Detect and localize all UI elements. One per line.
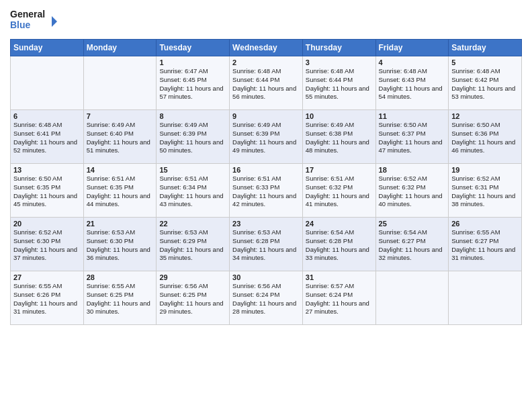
day-info: Sunrise: 6:49 AMSunset: 6:39 PMDaylight:…	[159, 121, 226, 155]
day-number: 1	[159, 58, 226, 66]
weekday-header-thursday: Thursday	[302, 40, 375, 56]
day-cell: 4Sunrise: 6:48 AMSunset: 6:43 PMDaylight…	[375, 56, 449, 110]
day-info: Sunrise: 6:55 AMSunset: 6:25 PMDaylight:…	[87, 282, 154, 316]
day-number: 13	[13, 166, 81, 174]
day-cell: 27Sunrise: 6:55 AMSunset: 6:26 PMDayligh…	[11, 271, 84, 325]
day-number: 27	[13, 273, 81, 281]
day-number: 16	[232, 166, 300, 174]
day-info: Sunrise: 6:48 AMSunset: 6:44 PMDaylight:…	[232, 67, 300, 101]
weekday-header-friday: Friday	[375, 40, 449, 56]
day-cell: 2Sunrise: 6:48 AMSunset: 6:44 PMDaylight…	[230, 56, 303, 110]
day-number: 2	[232, 58, 300, 66]
day-info: Sunrise: 6:54 AMSunset: 6:28 PMDaylight:…	[306, 228, 373, 263]
day-info: Sunrise: 6:54 AMSunset: 6:27 PMDaylight:…	[379, 228, 446, 263]
weekday-header-monday: Monday	[83, 40, 157, 56]
day-cell: 22Sunrise: 6:53 AMSunset: 6:29 PMDayligh…	[157, 218, 230, 271]
day-number: 6	[13, 112, 81, 120]
svg-text:Blue: Blue	[10, 19, 31, 30]
day-cell: 24Sunrise: 6:54 AMSunset: 6:28 PMDayligh…	[302, 218, 375, 271]
day-number: 28	[87, 273, 154, 281]
day-cell: 5Sunrise: 6:48 AMSunset: 6:42 PMDaylight…	[449, 56, 522, 110]
day-number: 4	[379, 58, 446, 66]
day-cell: 20Sunrise: 6:52 AMSunset: 6:30 PMDayligh…	[11, 218, 84, 271]
day-number: 3	[306, 58, 373, 66]
day-cell: 11Sunrise: 6:50 AMSunset: 6:37 PMDayligh…	[375, 110, 449, 164]
day-number: 21	[87, 220, 154, 228]
day-info: Sunrise: 6:48 AMSunset: 6:41 PMDaylight:…	[13, 121, 81, 155]
day-cell: 14Sunrise: 6:51 AMSunset: 6:35 PMDayligh…	[83, 164, 157, 218]
day-number: 18	[379, 166, 446, 174]
day-info: Sunrise: 6:51 AMSunset: 6:35 PMDaylight:…	[87, 175, 154, 209]
day-number: 11	[379, 112, 446, 120]
day-number: 29	[159, 273, 226, 281]
day-cell: 9Sunrise: 6:49 AMSunset: 6:39 PMDaylight…	[230, 110, 303, 164]
day-info: Sunrise: 6:56 AMSunset: 6:25 PMDaylight:…	[159, 282, 226, 316]
week-row-4: 20Sunrise: 6:52 AMSunset: 6:30 PMDayligh…	[11, 218, 522, 271]
day-cell: 21Sunrise: 6:53 AMSunset: 6:30 PMDayligh…	[83, 218, 157, 271]
day-cell: 17Sunrise: 6:51 AMSunset: 6:32 PMDayligh…	[302, 164, 375, 218]
day-number: 20	[13, 220, 81, 228]
day-info: Sunrise: 6:51 AMSunset: 6:33 PMDaylight:…	[232, 175, 300, 209]
day-info: Sunrise: 6:50 AMSunset: 6:35 PMDaylight:…	[13, 175, 81, 209]
day-info: Sunrise: 6:56 AMSunset: 6:24 PMDaylight:…	[232, 282, 300, 316]
day-number: 31	[306, 273, 373, 281]
weekday-header-saturday: Saturday	[449, 40, 522, 56]
day-number: 10	[306, 112, 373, 120]
day-info: Sunrise: 6:49 AMSunset: 6:39 PMDaylight:…	[232, 121, 300, 155]
day-info: Sunrise: 6:47 AMSunset: 6:45 PMDaylight:…	[159, 67, 226, 101]
weekday-header-tuesday: Tuesday	[157, 40, 230, 56]
day-cell: 10Sunrise: 6:49 AMSunset: 6:38 PMDayligh…	[302, 110, 375, 164]
day-info: Sunrise: 6:50 AMSunset: 6:36 PMDaylight:…	[451, 121, 519, 155]
day-number: 14	[87, 166, 154, 174]
calendar-table: SundayMondayTuesdayWednesdayThursdayFrid…	[10, 39, 522, 325]
day-number: 22	[159, 220, 226, 228]
day-cell: 18Sunrise: 6:52 AMSunset: 6:32 PMDayligh…	[375, 164, 449, 218]
calendar-page: General Blue SundayMondayTuesdayWednesda…	[0, 0, 532, 411]
day-info: Sunrise: 6:51 AMSunset: 6:32 PMDaylight:…	[306, 175, 373, 209]
day-cell: 15Sunrise: 6:51 AMSunset: 6:34 PMDayligh…	[157, 164, 230, 218]
day-cell	[449, 271, 522, 325]
day-info: Sunrise: 6:55 AMSunset: 6:27 PMDaylight:…	[451, 228, 519, 263]
logo-svg: General Blue	[10, 7, 57, 34]
weekday-header-wednesday: Wednesday	[230, 40, 303, 56]
day-number: 12	[451, 112, 519, 120]
day-number: 24	[306, 220, 373, 228]
day-number: 25	[379, 220, 446, 228]
day-info: Sunrise: 6:48 AMSunset: 6:44 PMDaylight:…	[306, 67, 373, 101]
day-cell: 25Sunrise: 6:54 AMSunset: 6:27 PMDayligh…	[375, 218, 449, 271]
header: General Blue	[10, 7, 522, 34]
day-info: Sunrise: 6:57 AMSunset: 6:24 PMDaylight:…	[306, 282, 373, 316]
day-cell	[375, 271, 449, 325]
day-number: 9	[232, 112, 300, 120]
day-cell: 16Sunrise: 6:51 AMSunset: 6:33 PMDayligh…	[230, 164, 303, 218]
day-cell: 6Sunrise: 6:48 AMSunset: 6:41 PMDaylight…	[11, 110, 84, 164]
day-cell: 1Sunrise: 6:47 AMSunset: 6:45 PMDaylight…	[157, 56, 230, 110]
week-row-3: 13Sunrise: 6:50 AMSunset: 6:35 PMDayligh…	[11, 164, 522, 218]
day-info: Sunrise: 6:52 AMSunset: 6:30 PMDaylight:…	[13, 228, 81, 263]
day-number: 30	[232, 273, 300, 281]
day-info: Sunrise: 6:48 AMSunset: 6:42 PMDaylight:…	[451, 67, 519, 101]
svg-text:General: General	[10, 9, 45, 19]
day-cell: 29Sunrise: 6:56 AMSunset: 6:25 PMDayligh…	[157, 271, 230, 325]
day-number: 8	[159, 112, 226, 120]
day-number: 17	[306, 166, 373, 174]
day-cell	[83, 56, 157, 110]
day-info: Sunrise: 6:52 AMSunset: 6:31 PMDaylight:…	[451, 175, 519, 209]
day-cell	[11, 56, 84, 110]
day-cell: 7Sunrise: 6:49 AMSunset: 6:40 PMDaylight…	[83, 110, 157, 164]
day-info: Sunrise: 6:48 AMSunset: 6:43 PMDaylight:…	[379, 67, 446, 101]
day-info: Sunrise: 6:53 AMSunset: 6:28 PMDaylight:…	[232, 228, 300, 263]
day-cell: 31Sunrise: 6:57 AMSunset: 6:24 PMDayligh…	[302, 271, 375, 325]
day-info: Sunrise: 6:49 AMSunset: 6:40 PMDaylight:…	[87, 121, 154, 155]
day-info: Sunrise: 6:53 AMSunset: 6:30 PMDaylight:…	[87, 228, 154, 263]
weekday-header-sunday: Sunday	[11, 40, 84, 56]
week-row-2: 6Sunrise: 6:48 AMSunset: 6:41 PMDaylight…	[11, 110, 522, 164]
day-info: Sunrise: 6:52 AMSunset: 6:32 PMDaylight:…	[379, 175, 446, 209]
day-number: 7	[87, 112, 154, 120]
day-number: 23	[232, 220, 300, 228]
day-cell: 13Sunrise: 6:50 AMSunset: 6:35 PMDayligh…	[11, 164, 84, 218]
logo: General Blue	[10, 7, 57, 34]
day-number: 19	[451, 166, 519, 174]
day-cell: 3Sunrise: 6:48 AMSunset: 6:44 PMDaylight…	[302, 56, 375, 110]
day-info: Sunrise: 6:55 AMSunset: 6:26 PMDaylight:…	[13, 282, 81, 316]
